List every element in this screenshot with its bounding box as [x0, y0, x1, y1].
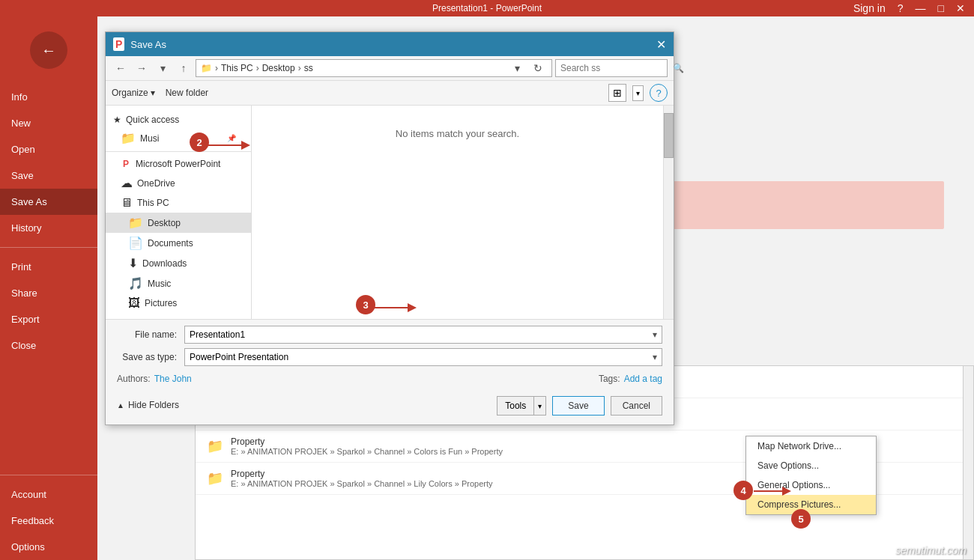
- sidebar-item-save[interactable]: Save: [0, 162, 97, 189]
- filename-row: File name: Presentation1 ▾: [117, 326, 662, 344]
- top-bar-title: Presentation1 - PowerPoint: [432, 3, 542, 13]
- filename-input[interactable]: Presentation1 ▾: [184, 326, 662, 344]
- dialog-nav-toolbar: ← → ▾ ↑ 📁 › This PC › Desktop › ss ▾ ↻: [106, 56, 674, 81]
- nav-item-desktop[interactable]: 📁 Desktop: [106, 213, 251, 233]
- step-badge-2: 2: [190, 133, 209, 152]
- step-badge-5: 5: [791, 509, 811, 529]
- nav-item-pictures[interactable]: 🖼 Pictures: [106, 293, 251, 313]
- minimize-btn[interactable]: —: [913, 2, 929, 14]
- save-as-dialog: P Save As ✕ ← → ▾ ↑ 📁 › This PC › Deskto…: [105, 31, 674, 425]
- save-button[interactable]: Save: [552, 396, 604, 416]
- view-dropdown-btn[interactable]: ▾: [632, 85, 644, 101]
- sidebar-item-print[interactable]: Print: [0, 254, 97, 280]
- tags-value[interactable]: Add a tag: [624, 374, 662, 384]
- star-icon: ★: [113, 115, 121, 125]
- arrow-3: [375, 300, 420, 315]
- up-nav-btn[interactable]: ↑: [175, 59, 193, 77]
- tags-label: Tags:: [599, 374, 620, 384]
- refresh-btn[interactable]: ↻: [529, 59, 547, 77]
- back-nav-btn[interactable]: ←: [112, 59, 130, 77]
- sidebar-item-close[interactable]: Close: [0, 332, 97, 359]
- context-menu-item-map-network[interactable]: Map Network Drive...: [746, 436, 876, 456]
- cancel-button[interactable]: Cancel: [611, 396, 662, 416]
- sidebar-item-info[interactable]: Info: [0, 84, 97, 110]
- context-menu-item-save-options[interactable]: Save Options...: [746, 456, 876, 475]
- nav-item-onedrive[interactable]: ☁ OneDrive: [106, 173, 251, 193]
- sign-in-link[interactable]: Sign in: [850, 2, 889, 14]
- save-type-row: Save as type: PowerPoint Presentation ▾: [117, 348, 662, 366]
- folder-icon: 📁: [207, 438, 223, 454]
- quick-access-header[interactable]: ★ Quick access: [106, 112, 251, 128]
- breadcrumb-part-2: Desktop: [262, 63, 295, 73]
- dialog-files-pane: No items match your search.: [252, 106, 663, 319]
- footer-buttons: Tools ▾ Save Cancel: [497, 396, 662, 419]
- step-badge-4: 4: [733, 481, 753, 500]
- sidebar-item-new[interactable]: New: [0, 110, 97, 136]
- hide-folders-btn[interactable]: ▲ Hide Folders: [117, 400, 179, 410]
- sidebar-divider-2: [0, 475, 97, 475]
- documents-icon: 📄: [128, 236, 143, 250]
- pictures-icon: 🖼: [128, 296, 140, 310]
- new-folder-button[interactable]: New folder: [161, 86, 213, 100]
- nav-item-downloads[interactable]: ⬇ Downloads: [106, 253, 251, 273]
- filename-label: File name:: [117, 329, 184, 340]
- search-box: 🔍: [555, 59, 668, 77]
- scrollbar-thumb[interactable]: [664, 113, 674, 158]
- dropdown-nav-btn[interactable]: ▾: [154, 59, 172, 77]
- help-btn[interactable]: ?: [895, 2, 907, 14]
- save-type-dropdown-arrow: ▾: [653, 352, 657, 362]
- quick-access-label: Quick access: [126, 115, 179, 125]
- breadcrumb-bar: 📁 › This PC › Desktop › ss ▾ ↻: [196, 59, 552, 77]
- sidebar-item-options[interactable]: Options: [0, 534, 97, 560]
- context-menu: Map Network Drive... Save Options... Gen…: [745, 436, 877, 515]
- downloads-icon: ⬇: [128, 256, 138, 270]
- tools-button[interactable]: Tools: [497, 396, 534, 416]
- sidebar-item-open[interactable]: Open: [0, 136, 97, 162]
- arrow-4: [754, 484, 791, 499]
- hide-folders-arrow: ▲: [117, 401, 124, 410]
- sidebar-item-account[interactable]: Account: [0, 481, 97, 508]
- footer-meta: Authors: The John Tags: Add a tag: [117, 371, 662, 387]
- scrollbar-right[interactable]: [963, 366, 973, 559]
- forward-nav-btn[interactable]: →: [133, 59, 151, 77]
- nav-item-documents[interactable]: 📄 Documents: [106, 233, 251, 253]
- content-area: Save As 🕐 Recent 🌐 OneDrive 🖥 This PC ➕ …: [97, 16, 974, 560]
- window-controls: Sign in ? — □ ✕: [850, 2, 968, 14]
- sidebar: ← Info New Open Save Save As History Pri…: [0, 16, 97, 560]
- view-toggle-btn[interactable]: ⊞: [608, 84, 626, 102]
- arrow-2: [208, 138, 253, 153]
- dialog-title: Save As: [130, 39, 656, 50]
- authors-value[interactable]: The John: [154, 374, 192, 384]
- file-item-text: Property E: » ANIMATION PROJEK » Sparkol…: [231, 436, 503, 456]
- save-type-input[interactable]: PowerPoint Presentation ▾: [184, 348, 662, 366]
- dialog-subbar: Organize ▾ New folder ⊞ ▾ ?: [106, 81, 674, 106]
- sidebar-bottom: Account Feedback Options: [0, 469, 97, 560]
- close-btn[interactable]: ✕: [953, 2, 968, 14]
- sidebar-item-history[interactable]: History: [0, 215, 97, 241]
- breadcrumb-dropdown-btn[interactable]: ▾: [508, 59, 526, 77]
- musi-folder-icon: 📁: [121, 131, 136, 145]
- onedrive-icon-nav: ☁: [121, 176, 133, 190]
- tools-dropdown-button[interactable]: ▾: [534, 396, 546, 416]
- maximize-btn[interactable]: □: [935, 2, 947, 14]
- nav-item-this-pc[interactable]: 🖥 This PC: [106, 193, 251, 213]
- search-input[interactable]: [560, 63, 673, 73]
- nav-item-ppt[interactable]: P Microsoft PowerPoint: [106, 155, 251, 173]
- organize-button[interactable]: Organize ▾: [112, 88, 155, 98]
- sidebar-item-export[interactable]: Export: [0, 306, 97, 332]
- breadcrumb-part-3: ss: [304, 63, 313, 73]
- save-type-label: Save as type:: [117, 352, 184, 362]
- breadcrumb-part-1: This PC: [221, 63, 253, 73]
- help-button[interactable]: ?: [650, 84, 668, 102]
- nav-item-music[interactable]: 🎵 Music: [106, 273, 251, 293]
- music-icon: 🎵: [128, 276, 143, 290]
- dialog-close-button[interactable]: ✕: [656, 37, 666, 52]
- sidebar-item-share[interactable]: Share: [0, 280, 97, 306]
- filename-dropdown-arrow: ▾: [653, 329, 657, 340]
- breadcrumb-home-icon: 📁: [201, 63, 212, 73]
- sidebar-item-save-as[interactable]: Save As: [0, 189, 97, 215]
- no-items-message: No items match your search.: [259, 128, 656, 139]
- sidebar-item-feedback[interactable]: Feedback: [0, 508, 97, 534]
- dialog-scrollbar[interactable]: [663, 106, 674, 319]
- back-button[interactable]: ←: [30, 31, 67, 69]
